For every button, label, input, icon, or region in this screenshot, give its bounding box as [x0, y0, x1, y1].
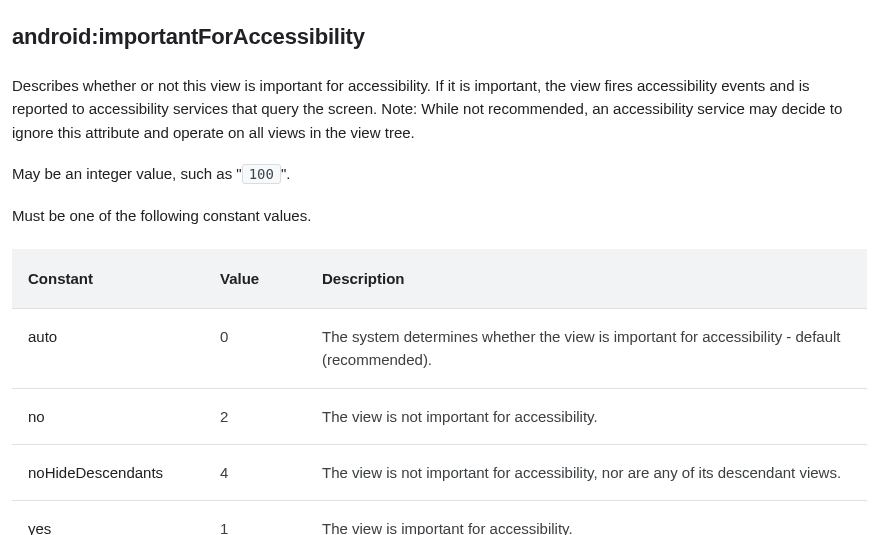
constant-name: auto — [12, 309, 204, 389]
table-row: noHideDescendants 4 The view is not impo… — [12, 444, 867, 500]
col-value: Value — [204, 249, 306, 309]
constant-value: 1 — [204, 501, 306, 535]
constant-name: yes — [12, 501, 204, 535]
table-row: no 2 The view is not important for acces… — [12, 388, 867, 444]
constant-description: The system determines whether the view i… — [306, 309, 867, 389]
table-row: auto 0 The system determines whether the… — [12, 309, 867, 389]
constant-description: The view is important for accessibility. — [306, 501, 867, 535]
int-suffix: ". — [281, 165, 291, 182]
table-header-row: Constant Value Description — [12, 249, 867, 309]
col-constant: Constant — [12, 249, 204, 309]
integer-value-note: May be an integer value, such as "100". — [12, 162, 867, 186]
col-description: Description — [306, 249, 867, 309]
attribute-title: android:importantForAccessibility — [12, 20, 867, 54]
table-row: yes 1 The view is important for accessib… — [12, 501, 867, 535]
constant-value: 0 — [204, 309, 306, 389]
constant-value: 2 — [204, 388, 306, 444]
int-example-code: 100 — [242, 164, 281, 184]
constant-value: 4 — [204, 444, 306, 500]
int-prefix: May be an integer value, such as " — [12, 165, 242, 182]
constants-intro: Must be one of the following constant va… — [12, 204, 867, 227]
constant-name: noHideDescendants — [12, 444, 204, 500]
constant-name: no — [12, 388, 204, 444]
constant-description: The view is not important for accessibil… — [306, 444, 867, 500]
constant-description: The view is not important for accessibil… — [306, 388, 867, 444]
constants-table: Constant Value Description auto 0 The sy… — [12, 249, 867, 535]
attribute-description: Describes whether or not this view is im… — [12, 74, 867, 144]
